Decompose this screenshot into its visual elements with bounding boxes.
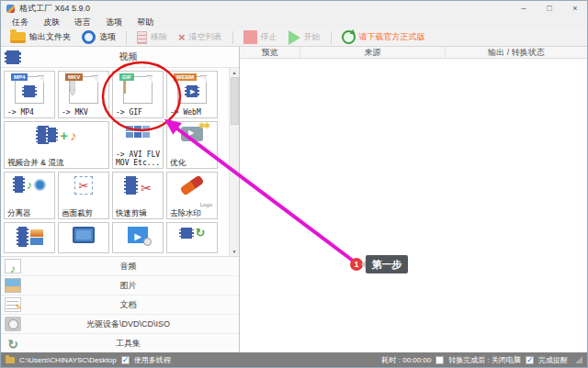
options-label: 选项 [99, 31, 116, 43]
app-window: 格式工厂 X64 5.9.0 – □ × 任务 皮肤 语言 选项 帮助 输出文件… [0, 0, 588, 368]
tile-label: -> AVI FLV MOV Etc... [116, 151, 162, 167]
scrollbar-thumb[interactable] [231, 77, 239, 125]
film-play-icon: ▶ [185, 85, 199, 97]
window-controls: – □ × [517, 4, 582, 13]
task-list-body[interactable] [240, 59, 587, 352]
tile-label: 优化 [170, 159, 216, 167]
tile-quick-clip[interactable]: ✂ 快速剪辑 [112, 172, 164, 219]
app-icon [6, 5, 15, 13]
minimize-button[interactable]: – [517, 4, 530, 13]
video-tiles-area: MP4 -> MP4 MKV -> MKV GIF -> GIF WEBM▶ [1, 68, 239, 257]
maximize-button[interactable]: □ [543, 4, 556, 13]
options-button[interactable]: 选项 [78, 29, 119, 46]
main-area: 视频 MP4 -> MP4 MKV -> MKV [1, 47, 587, 352]
refresh-icon: ↻ [7, 337, 18, 351]
tile-video-to-picture[interactable] [4, 222, 55, 253]
tile-splitter[interactable]: ♪ 分离器 [4, 172, 55, 219]
scroll-down-icon[interactable]: ▼ [230, 247, 239, 256]
tile-to-gif[interactable]: GIF -> GIF [112, 71, 164, 118]
section-label: 文档 [21, 299, 235, 311]
folder-icon [10, 32, 26, 43]
tile-crop[interactable]: ✂ 画面裁剪 [58, 172, 109, 219]
category-sections: ♪ 音频 图片 ✎ 文档 光驱设备\DVD\CD\ISO ↻ 工具集 [1, 257, 239, 352]
menu-language[interactable]: 语言 [67, 17, 98, 28]
tile-video-convert[interactable]: ↻ [166, 222, 218, 253]
tile-to-mp4[interactable]: MP4 -> MP4 [4, 71, 55, 118]
film-strip-icon [124, 176, 138, 195]
section-label: 音频 [21, 261, 235, 273]
remove-label: 移除 [151, 31, 167, 43]
start-icon [288, 30, 300, 45]
output-folder-label: 输出文件夹 [29, 31, 71, 43]
tile-label: -> GIF [116, 108, 162, 117]
section-picture[interactable]: 图片 [1, 276, 239, 296]
scroll-up-icon[interactable]: ▲ [230, 68, 239, 77]
menu-options[interactable]: 选项 [98, 17, 130, 28]
gif-file-icon: GIF [123, 76, 153, 104]
elapsed-time-label: 耗时 : 00:00:00 [382, 355, 432, 365]
mkv-file-icon: MKV [69, 76, 98, 104]
tile-row: MP4 -> MP4 MKV -> MKV GIF -> GIF WEBM▶ [4, 71, 227, 118]
clear-list-button[interactable]: × 清空列表 [175, 29, 226, 46]
toolbar-separator [232, 31, 233, 44]
tile-label: 去除水印 [170, 209, 216, 217]
globe-download-icon [342, 30, 356, 44]
download-official-button[interactable]: 请下载官方正式版 [338, 29, 429, 46]
section-toolset[interactable]: ↻ 工具集 [1, 334, 239, 352]
tile-video-merge-mux[interactable]: + ♪ 视频合并 & 混流 [4, 121, 109, 169]
column-preview[interactable]: 预览 [240, 47, 300, 58]
remove-button[interactable]: 移除 [133, 29, 171, 46]
screen-icon [73, 227, 95, 243]
audio-icon: ♪ [5, 259, 21, 273]
start-button[interactable]: 开始 [285, 29, 324, 46]
music-note-icon: ♪ [27, 179, 33, 191]
tile-to-mkv[interactable]: MKV -> MKV [58, 71, 109, 118]
remove-icon [137, 31, 147, 44]
tile-label: -> MP4 [7, 108, 53, 117]
multithread-checkbox[interactable]: ✓ [121, 356, 130, 364]
splitter-icon: ♪ [5, 173, 54, 193]
tile-remove-watermark[interactable]: Logo 去除水印 [166, 172, 218, 219]
start-label: 开始 [304, 31, 321, 43]
shutdown-after-checkbox[interactable]: ✓ [435, 356, 444, 364]
tile-row: ♪ 分离器 ✂ 画面裁剪 [4, 172, 227, 219]
video-section-header[interactable]: 视频 [1, 47, 239, 68]
resize-grip[interactable] [575, 356, 582, 363]
gears-icon: ✱✱ [198, 121, 209, 130]
music-note-icon: ♪ [10, 262, 16, 275]
toolbar-separator [331, 31, 332, 44]
play-icon: ▶ [134, 231, 141, 241]
column-source[interactable]: 来源 [300, 47, 446, 58]
task-list-panel: 预览 来源 输出 / 转换状态 [240, 47, 587, 352]
tile-optimize[interactable]: ✱✱ ▶ 优化 [166, 121, 218, 169]
formats-grid-icon [126, 126, 150, 138]
tile-to-avi-flv-mov[interactable]: -> AVI FLV MOV Etc... [112, 121, 164, 169]
window-title: 格式工厂 X64 5.9.0 [19, 3, 90, 15]
tile-to-webm[interactable]: WEBM▶ -> WebM [166, 71, 218, 118]
tiles-scrollbar[interactable]: ▲ ▼ [229, 68, 239, 256]
section-document[interactable]: ✎ 文档 [1, 296, 239, 315]
tile-screen[interactable] [58, 222, 109, 253]
menu-task[interactable]: 任务 [5, 17, 36, 28]
menu-help[interactable]: 帮助 [130, 17, 161, 28]
stop-icon [243, 30, 257, 44]
output-folder-button[interactable]: 输出文件夹 [6, 29, 74, 46]
section-audio[interactable]: ♪ 音频 [1, 257, 239, 276]
tile-video-player[interactable]: ▶ [112, 222, 164, 253]
clear-list-icon: × [178, 31, 186, 43]
notify-checkbox[interactable]: ✓ [526, 356, 534, 364]
tile-row: ▶ ↻ [4, 222, 227, 253]
column-output-status[interactable]: 输出 / 转换状态 [446, 47, 587, 58]
folder-icon [6, 357, 15, 363]
document-icon: ✎ [5, 297, 21, 312]
stop-button[interactable]: 停止 [240, 29, 281, 46]
notify-label: 完成提醒 [538, 355, 568, 365]
section-optical-dvd-cd-iso[interactable]: 光驱设备\DVD\CD\ISO [1, 315, 239, 334]
play-icon: ▶ [188, 128, 194, 137]
video-to-picture-icon [5, 223, 54, 247]
menu-skin[interactable]: 皮肤 [36, 17, 67, 28]
clock-icon [143, 238, 152, 246]
close-button[interactable]: × [569, 4, 582, 13]
gif-badge: GIF [119, 73, 134, 81]
section-label: 工具集 [21, 338, 235, 350]
